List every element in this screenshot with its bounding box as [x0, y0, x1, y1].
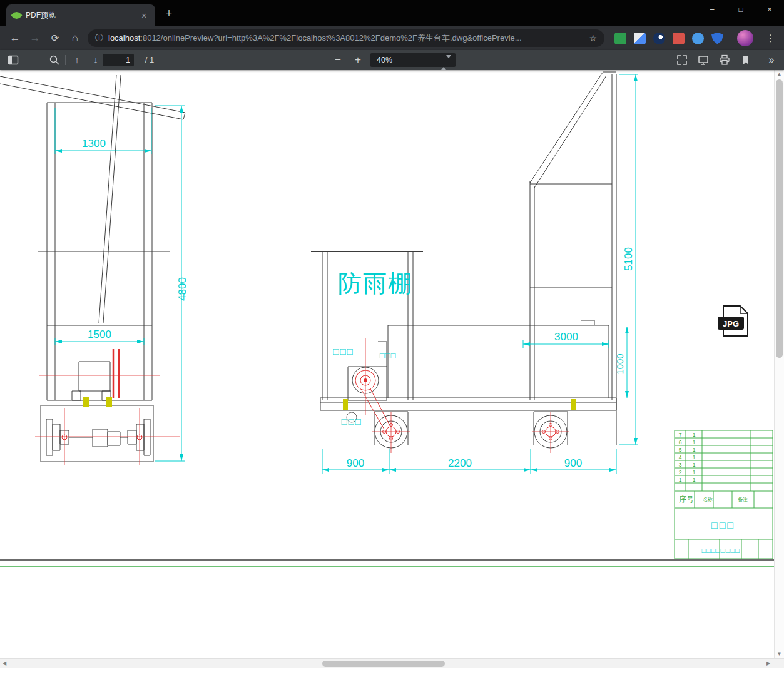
extension-icon-4[interactable] [673, 33, 685, 44]
extension-icon-1[interactable] [614, 33, 626, 44]
vertical-scrollbar[interactable]: ▲ ▼ [774, 70, 784, 658]
back-button[interactable]: ← [8, 26, 23, 50]
pdf-page: 1300 4800 1500 防雨棚 5100 3000 1000 900 22… [0, 70, 784, 658]
dim-1500-label: 1500 [88, 328, 111, 340]
row-number: 5 [679, 447, 682, 453]
presentation-mode-icon[interactable] [698, 54, 709, 66]
tofu-text-c: □□□ [341, 416, 362, 427]
row-number: 2 [679, 469, 682, 475]
header-xuhao: 序号 [679, 495, 694, 504]
dim-1300-label: 1300 [82, 138, 106, 150]
profile-avatar[interactable] [737, 30, 753, 46]
page-total-label: / 1 [139, 50, 160, 70]
row-qty: 1 [693, 454, 696, 460]
dim-2200-label: 2200 [448, 457, 472, 469]
tab-close-icon[interactable]: × [139, 11, 149, 21]
row-number: 3 [679, 462, 682, 468]
bookmark-icon[interactable] [740, 54, 751, 66]
scroll-up-arrow-icon[interactable]: ▲ [775, 71, 784, 77]
rain-shelter-label: 防雨棚 [338, 270, 413, 297]
window-minimize-button[interactable]: – [698, 0, 726, 19]
header-beizhu: 备注 [738, 497, 748, 502]
doc-title-tofu: □□□ [711, 520, 735, 530]
jpg-file-icon: JPG [718, 306, 748, 336]
url-text: localhost:8012/onlinePreview?url=http%3A… [108, 33, 584, 44]
page-info-icon[interactable]: ⓘ [95, 33, 103, 44]
extension-icon-translate[interactable] [634, 33, 646, 44]
tofu-text-b: □□□ [380, 351, 397, 360]
row-number: 4 [679, 454, 682, 460]
cyan-dimension-labels: 1300 4800 1500 防雨棚 5100 3000 1000 900 22… [82, 138, 634, 469]
row-qty: 1 [693, 447, 696, 453]
url-tail: :8012/onlinePreview?url=http%3A%2F%2Floc… [140, 33, 521, 43]
window-titlebar: PDF预览 × + – □ × [0, 0, 784, 26]
navigation-bar: ← → ⟳ ⌂ ⓘ localhost:8012/onlinePreview?u… [0, 26, 784, 50]
tab-favicon-leaf-icon [11, 9, 22, 21]
row-qty: 1 [693, 432, 696, 438]
zoom-level-value: 40% [377, 56, 392, 64]
title-block-lines [0, 430, 774, 567]
window-controls: – □ × [698, 0, 784, 19]
url-host: localhost [108, 33, 140, 43]
header-mingcheng: 名称 [703, 497, 713, 502]
vertical-scrollbar-thumb[interactable] [776, 79, 783, 358]
home-button[interactable]: ⌂ [68, 26, 83, 50]
previous-page-button[interactable]: ↑ [70, 50, 84, 70]
dim-5100-label: 5100 [623, 247, 634, 271]
extension-icon-cloud[interactable] [692, 33, 704, 44]
window-close-button[interactable]: × [755, 0, 784, 19]
row-number: 7 [679, 432, 682, 438]
title-block-doc-text: □□□ □□□□□□□□ [701, 520, 740, 554]
row-number: 1 [679, 477, 682, 483]
tab-title: PDF预览 [26, 10, 134, 21]
zoom-in-button[interactable]: + [350, 50, 365, 70]
scroll-down-arrow-icon[interactable]: ▼ [775, 651, 784, 657]
browser-tab[interactable]: PDF预览 × [6, 4, 155, 26]
forward-button[interactable]: → [28, 26, 43, 50]
extension-icon-shield[interactable] [711, 33, 723, 44]
search-icon[interactable] [49, 54, 60, 66]
address-bar[interactable]: ⓘ localhost:8012/onlinePreview?url=http%… [88, 29, 604, 47]
zoom-level-select[interactable]: 40% [370, 53, 456, 67]
horizontal-scrollbar[interactable]: ◀ ▶ [0, 658, 784, 668]
browser-menu-icon[interactable]: ⋮ [766, 33, 775, 44]
zoom-out-button[interactable]: − [330, 50, 345, 70]
toolbar-divider [65, 55, 66, 65]
print-icon[interactable] [719, 54, 730, 66]
extensions-row: ⋮ [614, 26, 775, 50]
row-qty: 1 [693, 477, 696, 483]
row-qty: 1 [693, 439, 696, 445]
horizontal-scrollbar-thumb[interactable] [322, 661, 445, 667]
next-page-button[interactable]: ↓ [89, 50, 103, 70]
row-number: 6 [679, 439, 682, 445]
extension-icon-3[interactable] [653, 33, 665, 44]
window-maximize-button[interactable]: □ [726, 0, 755, 19]
row-qty: 1 [693, 469, 696, 475]
tofu-text-a: □□□ [333, 346, 354, 357]
dim-4800-label: 4800 [176, 277, 188, 301]
new-tab-button[interactable]: + [163, 7, 175, 20]
page-number-input[interactable]: 1 [103, 54, 134, 66]
dim-1000-label: 1000 [614, 353, 625, 374]
sidebar-toggle-icon[interactable] [8, 54, 19, 66]
cad-drawing: 1300 4800 1500 防雨棚 5100 3000 1000 900 22… [0, 70, 774, 658]
dim-3000-label: 3000 [554, 331, 578, 343]
jpg-label: JPG [723, 319, 739, 328]
more-tools-chevron-icon[interactable]: » [763, 50, 780, 70]
bookmark-star-icon[interactable]: ☆ [589, 33, 597, 43]
fullscreen-icon[interactable] [676, 54, 688, 66]
dim-900-left-label: 900 [347, 457, 364, 469]
scroll-right-arrow-icon[interactable]: ▶ [764, 659, 773, 668]
dim-900-right-label: 900 [564, 457, 582, 469]
red-centerline-details [35, 338, 569, 465]
row-qty: 1 [693, 462, 696, 468]
select-spinner-icon [441, 56, 451, 69]
pdf-toolbar: ↑ ↓ 1 / 1 − + 40% » [0, 50, 784, 70]
browser-window: PDF预览 × + – □ × ← → ⟳ ⌂ ⓘ localhost:8012… [0, 0, 784, 675]
scroll-left-arrow-icon[interactable]: ◀ [0, 659, 9, 668]
doc-footer-tofu: □□□□□□□□ [701, 547, 740, 554]
front-view-geometry [0, 75, 185, 462]
reload-button[interactable]: ⟳ [48, 26, 63, 50]
